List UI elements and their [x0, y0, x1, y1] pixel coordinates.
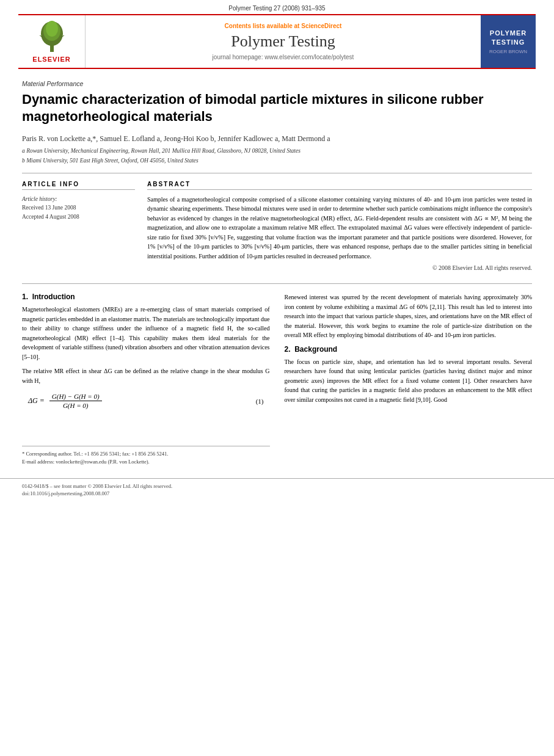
author-list: Paris R. von Lockette a,*, Samuel E. Lof…: [22, 134, 330, 143]
article-title: Dynamic characterization of bimodal part…: [22, 91, 532, 125]
article-history-label: Article history:: [22, 195, 135, 203]
elsevier-tree-icon: [31, 20, 73, 54]
intro-para1: Magnetorheological elastomers (MREs) are…: [22, 305, 270, 362]
article-info-heading: ARTICLE INFO: [22, 181, 135, 190]
bg-title: Background: [294, 345, 337, 354]
formula-fraction: G(H) − G(H = 0) G(H = 0): [49, 393, 102, 409]
article-info-abstract: ARTICLE INFO Article history: Received 1…: [22, 181, 532, 272]
bg-num: 2.: [285, 345, 291, 354]
journal-ref-text: Polymer Testing 27 (2008) 931–935: [228, 5, 325, 12]
background-col: Renewed interest was spurred by the rece…: [285, 284, 533, 466]
journal-center: Contents lists available at ScienceDirec…: [86, 15, 481, 68]
sciencedirect-link: Contents lists available at ScienceDirec…: [225, 23, 342, 29]
polymer-testing-badge: POLYMER TESTING ROGER BROWN: [481, 15, 536, 68]
elsevier-logo: ELSEVIER: [18, 15, 86, 68]
article-info-col: ARTICLE INFO Article history: Received 1…: [22, 181, 135, 272]
intro-col: 1. Introduction Magnetorheological elast…: [22, 284, 270, 466]
footnote-email: E-mail address: vonlockette@rowan.edu (P…: [22, 458, 270, 466]
intro-title: Introduction: [32, 293, 75, 301]
bg-para-right2: The focus on particle size, shape, and o…: [285, 357, 533, 405]
intro-para2: The relative MR effect in shear ΔG can b…: [22, 366, 270, 385]
formula-denominator: G(H = 0): [60, 401, 91, 409]
formula-block: ΔG = G(H) − G(H = 0) G(H = 0) (1): [22, 393, 270, 409]
badge-title: POLYMER TESTING: [490, 29, 527, 46]
background-heading: 2. Background: [285, 345, 533, 354]
journal-homepage: journal homepage: www.elsevier.com/locat…: [213, 54, 354, 60]
footer-doi: doi:10.1016/j.polymertesting.2008.08.007: [22, 490, 109, 496]
journal-title: Polymer Testing: [231, 32, 335, 51]
main-two-col: 1. Introduction Magnetorheological elast…: [22, 284, 532, 466]
footnotes: * Corresponding author. Tel.: +1 856 256…: [22, 446, 270, 466]
main-content: 1. Introduction Magnetorheological elast…: [0, 284, 554, 478]
footnote-corresponding: * Corresponding author. Tel.: +1 856 256…: [22, 450, 270, 458]
article-body: Material Performance Dynamic characteriz…: [0, 69, 554, 283]
affiliation-a: a Rowan University, Mechanical Engineeri…: [22, 147, 532, 155]
bg-para-right1: Renewed interest was spurred by the rece…: [285, 293, 533, 340]
sciencedirect-name: ScienceDirect: [301, 23, 341, 29]
svg-point-3: [46, 21, 58, 37]
journal-header: ELSEVIER Contents lists available at Sci…: [18, 14, 536, 69]
footer-issn: 0142-9418/$ – see front matter © 2008 El…: [22, 483, 172, 489]
footer: 0142-9418/$ – see front matter © 2008 El…: [0, 478, 554, 502]
intro-heading: 1. Introduction: [22, 293, 270, 301]
sciencedirect-prefix: Contents lists available at: [225, 23, 302, 29]
journal-reference: Polymer Testing 27 (2008) 931–935: [0, 0, 554, 14]
formula-eq-num: (1): [256, 398, 270, 405]
abstract-text: Samples of a magnetorheological composit…: [147, 195, 532, 261]
copyright: © 2008 Elsevier Ltd. All rights reserved…: [147, 264, 532, 271]
page: Polymer Testing 27 (2008) 931–935 ELSEVI…: [0, 0, 554, 756]
abstract-col: ABSTRACT Samples of a magnetorheological…: [147, 181, 532, 272]
elsevier-text: ELSEVIER: [32, 56, 70, 63]
intro-num: 1.: [22, 293, 28, 301]
authors: Paris R. von Lockette a,*, Samuel E. Lof…: [22, 133, 532, 144]
received-date: Received 13 June 2008: [22, 203, 135, 213]
section-tag: Material Performance: [22, 80, 532, 87]
formula-numerator: G(H) − G(H = 0): [49, 393, 102, 401]
accepted-date: Accepted 4 August 2008: [22, 213, 135, 222]
formula-lhs: ΔG =: [28, 396, 45, 405]
divider-1: [22, 173, 532, 173]
badge-sub: ROGER BROWN: [489, 49, 527, 54]
affiliation-b: b Miami University, 501 East High Street…: [22, 157, 532, 165]
abstract-heading: ABSTRACT: [147, 181, 532, 190]
